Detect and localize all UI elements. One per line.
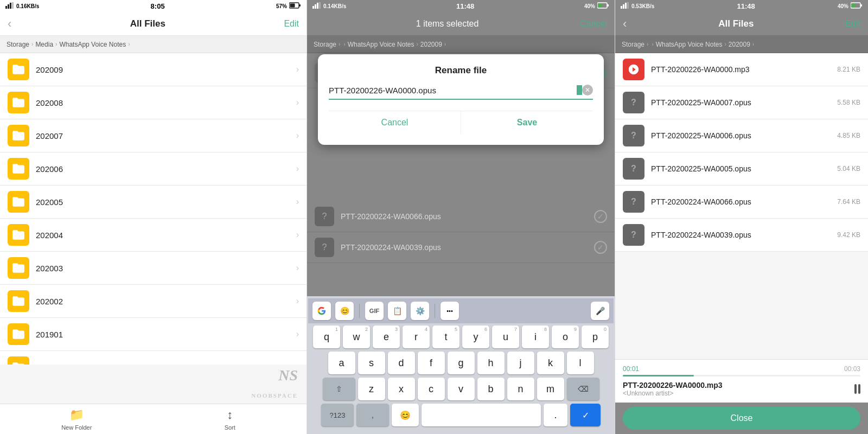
key-q[interactable]: q1 (313, 326, 340, 348)
sort-icon: ↕️ (227, 408, 233, 422)
list-item[interactable]: ? PTT-20200225-WA0007.opus 5.58 KB (615, 86, 868, 119)
list-item[interactable]: ? PTT-20200225-WA0005.opus 5.04 KB (615, 152, 868, 186)
key-u[interactable]: u7 (492, 326, 519, 348)
breadcrumb-item[interactable]: WhatsApp Voice Notes (348, 41, 414, 48)
check-icon[interactable]: ✓ (594, 210, 607, 223)
breadcrumb-sep: › (55, 41, 57, 47)
battery-p1: 57% (276, 3, 287, 9)
file-icon-opus: ? (623, 191, 644, 213)
breadcrumb-item[interactable]: Media (35, 41, 53, 48)
svg-rect-15 (623, 4, 624, 9)
key-e[interactable]: e3 (373, 326, 400, 348)
audio-player: 00:01 00:03 PTT-20200226-WA0000.mp3 <Unk… (615, 359, 868, 403)
key-k[interactable]: k (537, 352, 564, 374)
key-w[interactable]: w2 (343, 326, 370, 348)
key-c[interactable]: c (418, 378, 445, 400)
key-m[interactable]: m (537, 378, 564, 400)
key-p[interactable]: p0 (582, 326, 609, 348)
mic-key[interactable]: 🎤 (591, 302, 609, 320)
breadcrumb-item[interactable]: 202009 (729, 41, 750, 48)
list-item[interactable]: 202005 › (0, 186, 307, 219)
sort-label: Sort (225, 424, 235, 431)
back-icon-p3[interactable]: ‹ (623, 17, 627, 31)
key-z[interactable]: z (358, 378, 385, 400)
folder-icon (8, 356, 29, 365)
chevron-right-icon: › (296, 329, 299, 339)
status-bar-p2: 0.14KB/s 11:48 40% (307, 0, 615, 12)
backspace-key[interactable]: ⌫ (567, 378, 599, 400)
list-item[interactable]: ? PTT-20200224-WA0039.opus ✓ (307, 232, 615, 263)
top-nav-p3: ‹ All Files Edit (615, 12, 868, 36)
close-button[interactable]: Close (623, 407, 860, 430)
space-key[interactable] (422, 404, 541, 426)
key-y[interactable]: y6 (462, 326, 489, 348)
pause-button[interactable] (854, 384, 860, 394)
key-g[interactable]: g (448, 352, 475, 374)
comma-key[interactable]: , (356, 404, 389, 426)
clipboard-key[interactable]: 📋 (388, 302, 406, 320)
list-item[interactable]: 202006 › (0, 152, 307, 186)
key-n[interactable]: n (507, 378, 534, 400)
key-l[interactable]: l (567, 352, 594, 374)
list-item[interactable]: 202007 › (0, 119, 307, 152)
breadcrumb-item[interactable]: Storage (622, 41, 644, 48)
enter-key[interactable]: ✓ (570, 404, 601, 426)
svg-rect-7 (312, 6, 314, 9)
dialog-save-button[interactable]: Save (461, 111, 593, 134)
filename-input[interactable] (329, 86, 576, 95)
list-item[interactable]: PTT-20200226-WA0000.mp3 8.21 KB (615, 53, 868, 86)
sort-button[interactable]: ↕️ Sort (154, 404, 307, 434)
google-key[interactable] (312, 302, 331, 320)
list-item[interactable]: ? PTT-20200224-WA0039.opus 9.42 KB (615, 219, 868, 252)
emoji-face-key[interactable]: 😊 (392, 404, 419, 426)
list-item[interactable]: ? PTT-20200224-WA0066.opus 7.64 KB (615, 186, 868, 219)
key-f[interactable]: f (418, 352, 445, 374)
key-o[interactable]: o9 (552, 326, 579, 348)
list-item[interactable]: 202009 › (0, 53, 307, 86)
key-t[interactable]: t5 (432, 326, 459, 348)
key-v[interactable]: v (448, 378, 475, 400)
file-name: PTT-20200224-WA0039.opus (341, 243, 588, 252)
more-key[interactable]: ••• (441, 302, 459, 320)
back-icon-p1[interactable]: ‹ (8, 17, 11, 31)
key-b[interactable]: b (477, 378, 505, 400)
edit-button-p1[interactable]: Edit (284, 19, 299, 29)
list-item[interactable]: ? PTT-20200225-WA0006.opus 4.85 KB (615, 119, 868, 152)
clear-input-button[interactable]: ✕ (582, 85, 593, 95)
list-item[interactable]: 202004 › (0, 219, 307, 252)
breadcrumb-item[interactable]: Storage (314, 41, 336, 48)
breadcrumb-item[interactable]: WhatsApp Voice Notes (656, 41, 723, 48)
gif-key[interactable]: GIF (365, 302, 384, 320)
new-folder-button[interactable]: 📁 New Folder (0, 404, 154, 434)
period-key[interactable]: . (544, 404, 567, 426)
breadcrumb-item[interactable]: 202009 (420, 41, 442, 48)
key-i[interactable]: i8 (522, 326, 549, 348)
keyboard-row-1: q1 w2 e3 r4 t5 y6 u7 i8 o9 p0 (309, 326, 612, 348)
key-r[interactable]: r4 (403, 326, 430, 348)
check-icon[interactable]: ✓ (594, 241, 607, 254)
dialog-cancel-button[interactable]: Cancel (329, 111, 461, 134)
key-a[interactable]: a (328, 352, 355, 374)
list-item[interactable]: 201901 › (0, 318, 307, 351)
cancel-button-p2[interactable]: Cancel (580, 19, 607, 29)
emoji-key[interactable]: 😊 (335, 302, 354, 320)
key-x[interactable]: x (388, 378, 415, 400)
key-d[interactable]: d (388, 352, 415, 374)
key-j[interactable]: j (507, 352, 534, 374)
audio-progress-bar[interactable] (623, 375, 860, 376)
shift-key[interactable]: ⇧ (323, 378, 355, 400)
folder-name: 201901 (36, 330, 290, 339)
list-item[interactable]: 202008 › (0, 86, 307, 119)
list-item[interactable]: 201952 › (0, 351, 307, 365)
list-item[interactable]: 202003 › (0, 252, 307, 285)
svg-rect-5 (299, 4, 301, 7)
breadcrumb-item[interactable]: Storage (7, 41, 29, 48)
edit-button-p3[interactable]: Edit (845, 19, 860, 29)
key-h[interactable]: h (477, 352, 505, 374)
settings-key[interactable]: ⚙️ (411, 302, 429, 320)
list-item[interactable]: ? PTT-20200224-WA0066.opus ✓ (307, 201, 615, 232)
num-key[interactable]: ?123 (321, 404, 354, 426)
list-item[interactable]: 202002 › (0, 285, 307, 318)
key-s[interactable]: s (358, 352, 385, 374)
breadcrumb-item[interactable]: WhatsApp Voice Notes (59, 41, 126, 48)
